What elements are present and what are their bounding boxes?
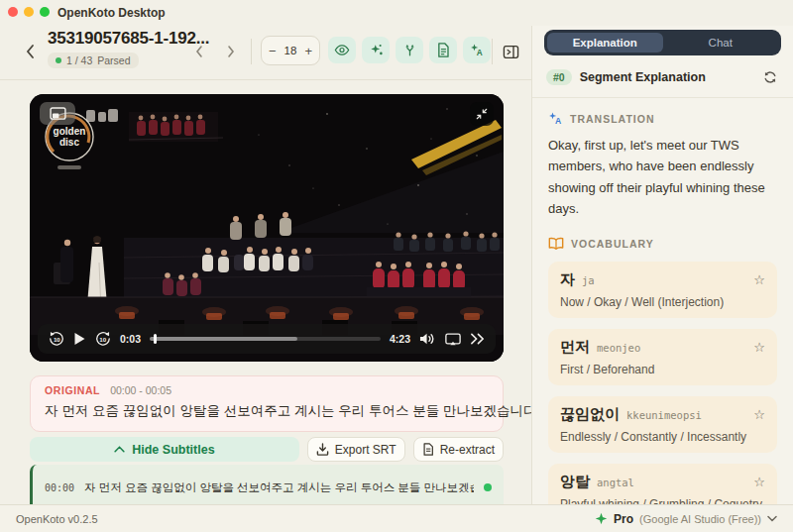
toolbar-buttons: A <box>328 37 491 63</box>
play-icon <box>73 332 86 346</box>
back-button[interactable] <box>18 39 42 64</box>
font-size-increase-button[interactable]: + <box>304 45 312 57</box>
star-icon[interactable]: ☆ <box>753 273 765 286</box>
duration: 4:23 <box>390 333 410 345</box>
tab-explanation[interactable]: Explanation <box>547 33 663 53</box>
next-segment-button[interactable] <box>220 39 242 64</box>
active-subtitle-dot-icon <box>484 483 492 491</box>
spark-icon <box>595 512 608 525</box>
refresh-icon <box>763 70 777 84</box>
chevron-right-icon <box>226 45 236 58</box>
panel-toggle-button[interactable] <box>499 39 522 64</box>
split-segment-button[interactable] <box>396 37 423 63</box>
svg-text:10: 10 <box>99 336 106 343</box>
parsed-dot-icon <box>56 57 61 63</box>
subtitle-actions: Hide Subtitles Export SRT Re-extract <box>30 437 504 462</box>
app-title: OpenKoto Desktop <box>57 6 166 20</box>
vocab-romanization: angtal <box>597 477 753 488</box>
collapse-icon <box>476 108 488 120</box>
svg-text:A: A <box>555 116 561 126</box>
star-icon[interactable]: ☆ <box>753 476 765 488</box>
font-size-stepper: − 18 + <box>261 36 320 65</box>
vocab-word: 끊임없이 <box>560 405 620 424</box>
transcript-button[interactable] <box>429 37 457 63</box>
toolbar-divider <box>251 39 252 64</box>
rewind-10-button[interactable]: 10 <box>49 331 64 347</box>
eye-icon <box>334 44 350 56</box>
explanation-panel: Explanation Chat #0 Segment Explanation … <box>531 26 793 504</box>
vocab-definition: Now / Okay / Well (Interjection) <box>560 295 765 309</box>
ai-explain-button[interactable] <box>362 37 390 63</box>
more-controls-button[interactable] <box>470 333 485 345</box>
svg-text:10: 10 <box>54 336 60 343</box>
chevron-up-icon <box>114 446 125 453</box>
star-icon[interactable]: ☆ <box>753 408 765 421</box>
svg-text:A: A <box>476 49 482 57</box>
segment-header: #0 Segment Explanation <box>532 55 793 98</box>
progress-playhead[interactable] <box>154 334 157 344</box>
forward-10-icon: 10 <box>95 331 111 347</box>
play-button[interactable] <box>73 332 86 346</box>
chevron-down-icon <box>767 515 777 522</box>
sparkles-icon <box>369 43 384 57</box>
zoom-window-button[interactable] <box>40 7 50 17</box>
explanation-content: A TRANSLATION Okay, first up, let's meet… <box>532 98 793 504</box>
translation-heading: TRANSLATION <box>570 113 654 125</box>
forward-10-button[interactable]: 10 <box>95 331 111 347</box>
font-size-decrease-button[interactable]: − <box>269 45 277 57</box>
video-controls: 10 10 0:03 4:23 <box>38 324 496 354</box>
vocab-romanization: kkeunimeopsi <box>626 409 753 421</box>
vocab-definition: First / Beforehand <box>560 363 765 376</box>
video-player[interactable]: golden disc <box>30 94 504 362</box>
titlebar: OpenKoto Desktop <box>0 0 793 26</box>
translate-button[interactable]: A <box>463 37 491 63</box>
close-window-button[interactable] <box>8 7 18 17</box>
star-icon[interactable]: ☆ <box>753 341 765 354</box>
double-chevron-right-icon <box>470 333 485 345</box>
prev-segment-button[interactable] <box>188 39 210 64</box>
original-subtitle-card: ORIGINAL 00:00 - 00:05 자 먼저 요즘 끊임없이 앙탈을 … <box>30 375 504 432</box>
hide-subtitles-button[interactable]: Hide Subtitles <box>30 437 299 462</box>
vocab-word: 자 <box>560 270 575 289</box>
model-detail: (Google AI Studio (Free)) <box>639 513 761 525</box>
vocab-word: 앙탈 <box>560 473 590 491</box>
minimize-window-button[interactable] <box>24 7 34 17</box>
translate-icon: A <box>470 43 485 57</box>
vocabulary-card[interactable]: 끊임없이 kkeunimeopsi ☆ Endlessly / Constant… <box>548 396 777 453</box>
translation-section-header: A TRANSLATION <box>548 111 777 126</box>
tab-chat[interactable]: Chat <box>663 33 779 53</box>
refresh-explanation-button[interactable] <box>761 68 779 86</box>
display-button[interactable] <box>445 333 461 346</box>
parse-status-badge: 1 / 43 Parsed <box>48 53 139 68</box>
vocab-romanization: ja <box>582 274 753 286</box>
subtitle-row[interactable]: 00:00 자 먼저 요즘 끊임없이 앙탈을 선보여주고 계시는 우리 투어스 … <box>30 465 504 504</box>
vocabulary-card[interactable]: 앙탈 angtal ☆ Playful whining / Grumbling … <box>548 464 777 504</box>
original-label: ORIGINAL <box>45 384 100 396</box>
re-extract-button[interactable]: Re-extract <box>413 437 504 462</box>
vocabulary-list: 자 ja ☆ Now / Okay / Well (Interjection) … <box>548 262 777 504</box>
model-picker-button[interactable]: Pro (Google AI Studio (Free)) <box>595 512 777 526</box>
pip-button[interactable] <box>40 102 75 125</box>
vocabulary-card[interactable]: 자 ja ☆ Now / Okay / Well (Interjection) <box>548 262 777 318</box>
volume-button[interactable] <box>419 332 436 346</box>
document-title: 35319057685-1-192... <box>48 29 209 49</box>
subtitle-timestamp: 00:00 <box>45 482 74 493</box>
video-scene: golden disc <box>30 94 504 362</box>
title-block: 35319057685-1-192... 1 / 43 Parsed <box>48 29 209 68</box>
svg-text:golden: golden <box>54 126 86 137</box>
original-text: 자 먼저 요즘 끊임없이 앙탈을 선보여주고 계시는 우리 투어스 분들 만나보… <box>45 402 489 420</box>
export-srt-button[interactable]: Export SRT <box>307 437 405 462</box>
segment-title: Segment Explanation <box>580 70 753 84</box>
subtitle-text: 자 먼저 요즘 끊임없이 앙탈을 선보여주고 계시는 우리 투어스 분들 만나보… <box>84 480 474 495</box>
left-header: 35319057685-1-192... 1 / 43 Parsed − 18 … <box>0 26 531 80</box>
chevron-left-icon <box>194 45 204 58</box>
volume-icon <box>419 332 436 346</box>
vocabulary-section-header: VOCABULARY <box>548 237 777 251</box>
collapse-video-button[interactable] <box>470 102 494 126</box>
vocabulary-card[interactable]: 먼저 meonjeo ☆ First / Beforehand <box>548 329 777 385</box>
screen-cast-icon <box>445 333 461 346</box>
document-icon <box>436 43 450 57</box>
segment-index-badge: #0 <box>546 69 572 85</box>
progress-bar[interactable] <box>150 337 381 341</box>
visibility-button[interactable] <box>328 37 356 63</box>
